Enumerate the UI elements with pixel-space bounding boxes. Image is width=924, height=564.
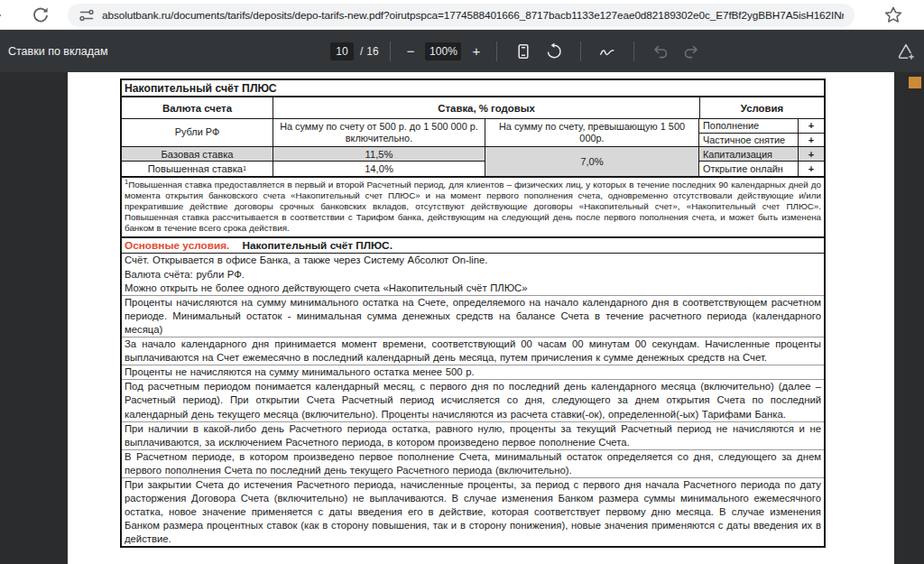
document-box: Накопительный счёт ПЛЮС Валюта счета Ста… <box>120 79 826 548</box>
base-rate-tier1: 11,5% <box>273 147 485 162</box>
plus-rate-label: Повышенная ставка1 <box>122 162 273 176</box>
condition-label: Капитализация <box>699 149 798 160</box>
undo-icon[interactable] <box>651 42 670 60</box>
condition-value: + <box>798 162 824 176</box>
fit-to-page-icon[interactable] <box>514 42 532 60</box>
pdf-page: Накопительный счёт ПЛЮС Валюта счета Ста… <box>68 72 894 564</box>
zoom-out-button[interactable]: − <box>402 43 420 59</box>
condition-row: Пополнение + <box>699 119 824 133</box>
paragraph-row: Под расчетным периодом понимается календ… <box>122 379 824 421</box>
header-conditions: Условия <box>700 97 824 118</box>
condition-label: Частичное снятие <box>699 134 798 145</box>
condition-label: Пополнение <box>699 120 798 131</box>
page-separator: / <box>360 45 363 58</box>
header-rate: Ставка, % годовых <box>273 97 700 118</box>
site-settings-icon[interactable] <box>79 7 95 23</box>
annotate-pen-icon[interactable] <box>598 42 616 60</box>
currency-cell: Рубли РФ <box>122 119 273 146</box>
pdf-content-area: Накопительный счёт ПЛЮС Валюта счета Ста… <box>0 72 924 564</box>
paragraph-line: Счёт. Открывается в офисе Банка, а также… <box>125 254 821 267</box>
table-rates-rows: Базовая ставка Повышенная ставка1 11,5% … <box>122 147 824 178</box>
bookmark-star-icon[interactable] <box>883 5 903 25</box>
condition-row: Капитализация + <box>699 147 824 162</box>
base-rate-label: Базовая ставка <box>122 147 273 162</box>
tier1-cell: На сумму по счету от 500 р. до 1 500 000… <box>273 119 485 146</box>
rotate-icon[interactable] <box>545 42 563 60</box>
conditions-top: Пополнение + Частичное снятие + <box>699 119 824 146</box>
pdf-controls: 10 / 16 − 100% + <box>330 30 707 72</box>
merged-rate-tier2: 7,0% <box>485 147 699 176</box>
zoom-level: 100% <box>425 42 461 60</box>
zoom-in-button[interactable]: + <box>467 43 485 59</box>
condition-value: + <box>798 119 824 133</box>
footnote: 1Повышенная ставка предоставляется в пер… <box>122 178 824 238</box>
toolbar-divider <box>496 42 497 61</box>
toolbar-divider <box>390 42 391 61</box>
pdf-toolbar: Ставки по вкладам 10 / 16 − 100% + <box>0 30 924 72</box>
table-currency-row: Рубли РФ На сумму по счету от 500 р. до … <box>122 119 824 147</box>
paragraph-row: При закрытии Счета до истечения Расчетно… <box>122 477 824 546</box>
forward-nav-icon[interactable] <box>0 6 9 24</box>
paragraph-row: При наличии в какой-либо день Расчетного… <box>122 421 824 449</box>
url-bar[interactable]: absolutbank.ru/documents/tarifs/deposits… <box>68 4 855 27</box>
paragraph-row: В Расчетном периоде, в котором произведе… <box>122 449 824 477</box>
reload-button[interactable] <box>31 5 51 25</box>
reload-icon <box>31 5 51 25</box>
document-title: Ставки по вкладам <box>8 30 108 72</box>
toolbar-divider <box>580 42 581 61</box>
paragraph-row: За начало календарного дня принимается м… <box>122 337 824 365</box>
paragraph-line: Можно открыть не более одного действующе… <box>125 282 821 295</box>
tier2-cell: На сумму по счету, превышающую 1 500 000… <box>485 119 699 146</box>
table-title: Накопительный счёт ПЛЮС <box>122 80 824 97</box>
paragraph-row: Счёт. Открывается в офисе Банка, а также… <box>122 254 824 294</box>
condition-value: + <box>798 147 824 161</box>
header-currency: Валюта счета <box>122 97 273 118</box>
page-number-input[interactable]: 10 <box>330 42 354 60</box>
footnote-text: Повышенная ставка предоставляется в перв… <box>125 180 821 233</box>
condition-row: Частичное снятие + <box>699 133 824 147</box>
toolbar-divider <box>633 42 634 61</box>
page-count: 16 <box>366 45 378 58</box>
section-header-title: Накопительный счёт ПЛЮС. <box>242 239 393 252</box>
url-text: absolutbank.ru/documents/tarifs/deposits… <box>102 9 844 22</box>
section-header: Основные условия. Накопительный счёт ПЛЮ… <box>122 238 824 254</box>
table-header-row: Валюта счета Ставка, % годовых Условия <box>122 97 824 119</box>
section-header-accent: Основные условия. <box>125 239 229 252</box>
condition-label: Открытие онлайн <box>699 163 798 174</box>
paragraph-row: Проценты начисляются на сумму минимально… <box>122 295 824 337</box>
paragraph-row: Проценты не начисляются на сумму минимал… <box>122 365 824 379</box>
plus-rate-label-text: Повышенная ставка <box>148 163 243 174</box>
download-icon[interactable] <box>896 42 916 61</box>
browser-url-bar: absolutbank.ru/documents/tarifs/deposits… <box>0 0 924 30</box>
redo-icon[interactable] <box>682 42 700 60</box>
scrollbar-thumb[interactable] <box>909 77 921 88</box>
condition-row: Открытие онлайн + <box>699 162 824 176</box>
plus-rate-tier1: 14,0% <box>273 162 485 176</box>
condition-value: + <box>798 134 824 147</box>
paragraph-line: Валюта счёта: рубли РФ. <box>125 268 821 282</box>
